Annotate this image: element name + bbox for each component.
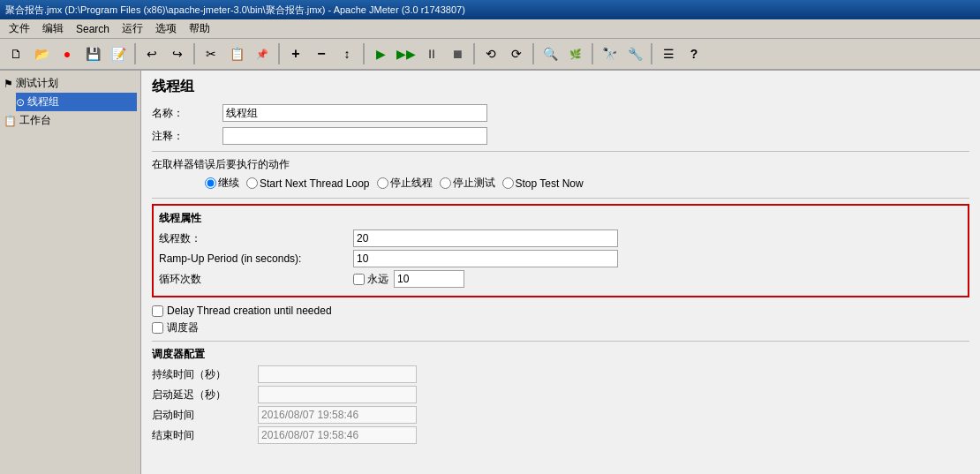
binoculars-button[interactable]: 🔭: [597, 42, 622, 65]
page-title: 线程组: [152, 78, 969, 96]
search2-button[interactable]: 🔍: [538, 42, 562, 65]
name-row: 名称：: [152, 103, 969, 123]
clear-button[interactable]: ⟲: [479, 42, 503, 65]
sidebar-item-thread-group[interactable]: ⊙ 线程组: [16, 93, 137, 111]
radio-group: 继续 Start Next Thread Loop 停止线程 停止测试 Stop…: [152, 176, 969, 191]
radio-nextloop[interactable]: Start Next Thread Loop: [246, 177, 370, 190]
radio-stoptest-input[interactable]: [440, 177, 451, 189]
divider1: [152, 151, 969, 152]
end-time-row: 结束时间: [152, 426, 969, 444]
menu-edit[interactable]: 编辑: [37, 19, 69, 38]
play-all-button[interactable]: ▶▶: [394, 42, 418, 65]
scheduler-checkbox[interactable]: [152, 322, 163, 334]
new-button[interactable]: 🗋: [4, 42, 28, 65]
undo-button[interactable]: ↩: [139, 42, 164, 65]
sidebar-item-test-plan[interactable]: ⚑ 测试计划: [4, 74, 137, 93]
title-text: 聚合报告.jmx (D:\Program Files (x86)\apache-…: [5, 4, 465, 17]
menu-bar: 文件 编辑 Search 运行 选项 帮助: [0, 19, 980, 39]
thread-props-box: 线程属性 线程数： Ramp-Up Period (in seconds): 循…: [152, 204, 969, 297]
move-button[interactable]: ↕: [335, 42, 359, 65]
scheduler-config-title: 调度器配置: [152, 347, 969, 362]
paste-button[interactable]: 📌: [250, 42, 275, 65]
clear-all-button[interactable]: ⟳: [504, 42, 529, 65]
divider2: [152, 198, 969, 199]
cut-button[interactable]: ✂: [199, 42, 223, 65]
radio-continue-input[interactable]: [205, 177, 216, 189]
main-layout: ⚑ 测试计划 ⊙ 线程组 📋 工作台 线程组 名称： 注释： 在取样器错误后要执…: [0, 71, 980, 474]
thread-count-input[interactable]: [353, 229, 618, 247]
sep1: [134, 43, 136, 64]
comment-row: 注释：: [152, 126, 969, 146]
startup-delay-label: 启动延迟（秒）: [152, 387, 258, 403]
thread-count-label: 线程数：: [159, 231, 353, 246]
menu-options[interactable]: 选项: [150, 19, 182, 38]
radio-stopthread-input[interactable]: [377, 177, 388, 189]
sidebar-item-workbench[interactable]: 📋 工作台: [4, 111, 137, 130]
saveas-button[interactable]: 📝: [106, 42, 131, 65]
duration-row: 持续时间（秒）: [152, 365, 969, 383]
radio-nextloop-label: Start Next Thread Loop: [260, 177, 370, 190]
stop-button[interactable]: ⏹: [445, 42, 470, 65]
duration-label: 持续时间（秒）: [152, 367, 258, 382]
end-time-label: 结束时间: [152, 428, 258, 443]
redo-button[interactable]: ↪: [165, 42, 190, 65]
loop-count-row: 循环次数 永远: [159, 270, 962, 288]
save-button[interactable]: 💾: [80, 42, 105, 65]
radio-stoptest-label: 停止测试: [453, 176, 495, 191]
name-input[interactable]: [222, 104, 487, 122]
toolbar: 🗋 📂 ● 💾 📝 ↩ ↪ ✂ 📋 📌 + − ↕ ▶ ▶▶ ⏸ ⏹ ⟲ ⟳ 🔍…: [0, 39, 980, 71]
rampup-input[interactable]: [353, 250, 618, 267]
delay-thread-checkbox[interactable]: [152, 305, 163, 317]
sep8: [651, 43, 652, 64]
loop-count-label: 循环次数: [159, 272, 353, 287]
rampup-label: Ramp-Up Period (in seconds):: [159, 252, 353, 265]
sidebar-item-test-plan-label: 测试计划: [16, 76, 58, 91]
radio-stopnow-input[interactable]: [502, 177, 514, 189]
loop-count-input[interactable]: [394, 270, 464, 288]
startup-delay-input[interactable]: [258, 386, 417, 403]
sidebar-item-thread-group-label: 线程组: [27, 94, 59, 109]
name-label: 名称：: [152, 106, 222, 121]
radio-nextloop-input[interactable]: [246, 177, 258, 189]
sep7: [592, 43, 593, 64]
add-button[interactable]: +: [283, 42, 308, 65]
open-button[interactable]: 📂: [29, 42, 54, 65]
menu-run[interactable]: 运行: [117, 19, 148, 38]
forever-checkbox[interactable]: [353, 274, 365, 285]
comment-input[interactable]: [222, 127, 487, 145]
radio-stopnow[interactable]: Stop Test Now: [502, 177, 584, 190]
play-button[interactable]: ▶: [368, 42, 393, 65]
radio-continue-label: 继续: [218, 176, 239, 191]
sep6: [532, 43, 534, 64]
error-button[interactable]: ●: [55, 42, 79, 65]
pause-button[interactable]: ⏸: [419, 42, 444, 65]
sidebar-item-workbench-label: 工作台: [19, 113, 51, 128]
sep5: [473, 43, 475, 64]
thread-group-icon: ⊙: [16, 96, 25, 109]
menu-file[interactable]: 文件: [4, 19, 35, 38]
delay-thread-row: Delay Thread creation until needed: [152, 305, 969, 317]
error-action-section: 在取样器错误后要执行的动作 继续 Start Next Thread Loop …: [152, 157, 969, 191]
tree-button[interactable]: 🌿: [563, 42, 588, 65]
sep4: [363, 43, 365, 64]
start-time-input[interactable]: [258, 406, 417, 424]
menu-search[interactable]: Search: [71, 21, 115, 37]
tools-button[interactable]: 🔧: [622, 42, 647, 65]
minus-button[interactable]: −: [309, 42, 334, 65]
radio-stoptest[interactable]: 停止测试: [440, 176, 495, 191]
duration-input[interactable]: [258, 365, 417, 383]
radio-stopthread[interactable]: 停止线程: [377, 176, 433, 191]
title-bar: 聚合报告.jmx (D:\Program Files (x86)\apache-…: [0, 0, 980, 19]
radio-continue[interactable]: 继续: [205, 176, 239, 191]
list-button[interactable]: ☰: [656, 42, 681, 65]
rampup-row: Ramp-Up Period (in seconds):: [159, 250, 962, 267]
content-area: 线程组 名称： 注释： 在取样器错误后要执行的动作 继续 Start Next …: [141, 71, 980, 474]
startup-delay-row: 启动延迟（秒）: [152, 386, 969, 403]
copy-button[interactable]: 📋: [224, 42, 249, 65]
help-btn[interactable]: ?: [682, 42, 706, 65]
scheduler-row: 调度器: [152, 320, 969, 335]
end-time-input[interactable]: [258, 426, 417, 444]
scheduler-label: 调度器: [167, 320, 199, 335]
menu-help[interactable]: 帮助: [184, 19, 215, 38]
workbench-icon: 📋: [4, 115, 17, 127]
